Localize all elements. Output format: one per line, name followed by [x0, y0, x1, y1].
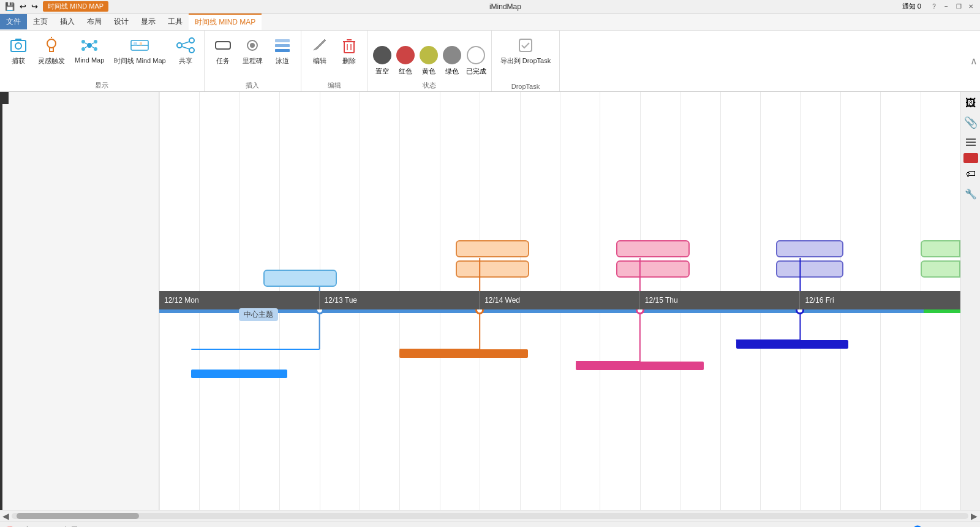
- center-topic-label[interactable]: 中心主题: [239, 308, 278, 321]
- edit-button[interactable]: 编辑: [306, 33, 333, 68]
- menubar: 文件 主页 插入 布局 设计 显示 工具 时间线 MIND MAP: [0, 13, 980, 31]
- redo-icon[interactable]: ↪: [31, 2, 38, 11]
- swimlane-button[interactable]: 泳道: [269, 33, 296, 68]
- task6-bar[interactable]: [736, 340, 848, 349]
- red-marker-button[interactable]: [963, 153, 978, 163]
- svg-line-13: [92, 47, 94, 48]
- ribbon-edit-items: 编辑 删除: [306, 33, 363, 78]
- share-button[interactable]: 共享: [172, 33, 199, 68]
- timeline-day-wed: 12/14 Wed: [480, 291, 640, 309]
- svg-rect-26: [275, 39, 290, 42]
- task2-card[interactable]: [456, 240, 529, 257]
- task4-bar[interactable]: [576, 362, 704, 370]
- task2-bar[interactable]: [399, 349, 527, 358]
- canvas[interactable]: 12/12 Mon 12/13 Tue 12/14 Wed 12/15 Thu …: [159, 92, 960, 510]
- ribbon-display-items: 捕获 灵感触发 Mind Map 时间线 Mind Map: [5, 33, 199, 78]
- wrench-tool-button[interactable]: 🔧: [962, 185, 979, 202]
- zoom-slider[interactable]: [897, 525, 946, 528]
- capture-button[interactable]: 捕获: [5, 33, 32, 68]
- ribbon-collapse-btn[interactable]: ∧: [970, 31, 980, 91]
- status-done-circle[interactable]: [467, 46, 485, 64]
- close-button[interactable]: ✕: [967, 2, 975, 11]
- menu-view[interactable]: 显示: [135, 14, 162, 29]
- status-red-circle[interactable]: [396, 46, 415, 64]
- horizontal-scrollbar[interactable]: ◀ ▶: [0, 510, 980, 521]
- ribbon-status-items: 置空 红色 黄色 绿色 已完成: [373, 33, 486, 78]
- task7-card[interactable]: [776, 260, 843, 278]
- task4-card[interactable]: [616, 240, 690, 257]
- status-done[interactable]: 已完成: [466, 46, 486, 76]
- mindmap-label: Mind Map: [75, 56, 104, 64]
- ribbon-group-droptask: 导出到 DropTask DropTask: [492, 31, 560, 91]
- svg-point-8: [94, 40, 97, 44]
- main-area: 12/12 Mon 12/13 Tue 12/14 Wed 12/15 Thu …: [0, 92, 980, 510]
- app-title: iMindMap: [108, 2, 902, 11]
- link-tool-button[interactable]: 📎: [962, 114, 979, 131]
- menu-insert[interactable]: 插入: [54, 14, 81, 29]
- svg-rect-23: [216, 42, 230, 49]
- list-tool-button[interactable]: [962, 134, 979, 151]
- scrollbar-track[interactable]: [12, 513, 968, 519]
- menu-home[interactable]: 主页: [27, 14, 54, 29]
- ribbon-group-edit: 编辑 删除 编辑: [301, 31, 368, 91]
- swimlane-label: 泳道: [276, 56, 289, 66]
- task3-card[interactable]: [456, 260, 529, 278]
- scrollbar-thumb[interactable]: [17, 513, 139, 519]
- tag-tool-button[interactable]: 🏷: [962, 165, 979, 183]
- scroll-right-arrow[interactable]: ▶: [971, 511, 978, 521]
- task6-card[interactable]: [776, 240, 843, 257]
- status-green[interactable]: 绿色: [443, 46, 461, 76]
- save-icon[interactable]: 💾: [5, 2, 15, 11]
- timeline-day-thu: 12/15 Thu: [640, 291, 801, 309]
- ribbon-group-status: 置空 红色 黄色 绿色 已完成 状态: [368, 31, 492, 91]
- undo-icon[interactable]: ↩: [20, 2, 26, 11]
- fit-page-button[interactable]: ⊞: [864, 525, 871, 528]
- timeline-day-fri: 12/16 Fri: [800, 291, 960, 309]
- status-yellow-circle[interactable]: [420, 46, 438, 64]
- menu-tools[interactable]: 工具: [162, 14, 189, 29]
- svg-line-21: [182, 42, 189, 44]
- delete-button[interactable]: 删除: [336, 33, 363, 68]
- milestone-button[interactable]: 里程碑: [239, 33, 266, 68]
- ribbon-group-insert: 任务 里程碑 泳道 插入: [205, 31, 301, 91]
- green-card-1[interactable]: [921, 240, 960, 257]
- menu-design[interactable]: 设计: [108, 14, 135, 29]
- task1-card[interactable]: [263, 270, 337, 287]
- image-tool-button[interactable]: 🖼: [962, 94, 979, 112]
- svg-rect-35: [519, 39, 532, 51]
- minimize-button[interactable]: −: [942, 2, 951, 11]
- zoom-out-button[interactable]: −: [888, 525, 893, 528]
- status-green-circle[interactable]: [443, 46, 461, 64]
- zoom-in-button[interactable]: +: [949, 525, 954, 528]
- menu-layout[interactable]: 布局: [81, 14, 108, 29]
- timeline-marker: [0, 92, 9, 104]
- fit-width-button[interactable]: ⊟: [876, 525, 883, 528]
- restore-button[interactable]: ❐: [954, 2, 963, 11]
- svg-rect-27: [275, 44, 290, 47]
- task1-bar[interactable]: [191, 370, 287, 378]
- timeline-button[interactable]: 时间线 Mind Map: [110, 33, 169, 68]
- status-empty[interactable]: 置空: [373, 46, 391, 76]
- svg-point-25: [250, 43, 255, 48]
- insert-group-label: 插入: [246, 78, 259, 90]
- droptask-button[interactable]: 导出到 DropTask: [497, 33, 555, 68]
- notification-label[interactable]: 通知 0: [902, 2, 921, 11]
- statusbar: 🧠 1 个 Mind Map 打开 ⊞ ⊟ − + 87%: [0, 521, 980, 527]
- timeline-day-mon: 12/12 Mon: [159, 291, 320, 309]
- status-red[interactable]: 红色: [396, 46, 415, 76]
- scroll-left-arrow[interactable]: ◀: [2, 511, 9, 521]
- edit-icon: [310, 36, 330, 55]
- help-button[interactable]: ?: [930, 2, 938, 11]
- green-card-2[interactable]: [921, 260, 960, 278]
- menu-timeline[interactable]: 时间线 MIND MAP: [189, 13, 262, 30]
- status-empty-circle[interactable]: [373, 46, 391, 64]
- right-panel: 🖼 📎 🏷 🔧: [960, 92, 980, 510]
- status-yellow[interactable]: 黄色: [420, 46, 438, 76]
- task-button[interactable]: 任务: [209, 33, 236, 68]
- task5-card[interactable]: [616, 260, 690, 278]
- display-group-label: 显示: [95, 78, 108, 90]
- inspire-button[interactable]: 灵感触发: [34, 33, 69, 68]
- mindmap-button[interactable]: Mind Map: [71, 33, 108, 66]
- menu-file[interactable]: 文件: [0, 14, 27, 29]
- task-label: 任务: [216, 56, 230, 66]
